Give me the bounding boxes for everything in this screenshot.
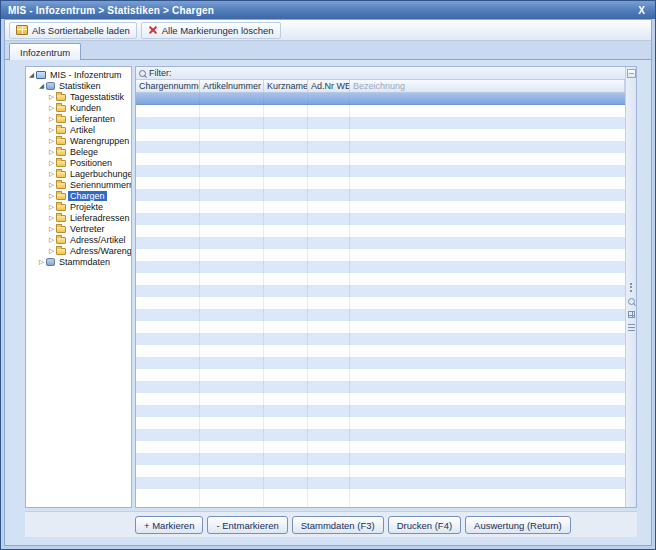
footer-button-markieren[interactable]: + Markieren: [135, 516, 203, 534]
expander-icon[interactable]: ▷: [47, 135, 56, 146]
grid-row[interactable]: [136, 405, 625, 417]
expander-icon[interactable]: ▷: [47, 102, 56, 113]
list-icon[interactable]: [628, 324, 635, 331]
tab-infozentrum[interactable]: Infozentrum: [9, 43, 81, 60]
folder-icon: [56, 226, 66, 233]
grid-row[interactable]: [136, 369, 625, 381]
footer-button-stammdaten-f3[interactable]: Stammdaten (F3): [292, 516, 384, 534]
tree-item-artikel[interactable]: ▷Artikel: [27, 124, 130, 135]
footer-button-drucken-f4[interactable]: Drucken (F4): [388, 516, 461, 534]
expander-icon[interactable]: ▷: [47, 212, 56, 223]
app-window: MIS - Infozentrum > Statistiken > Charge…: [0, 0, 656, 550]
footer-button-entmarkieren[interactable]: - Entmarkieren: [207, 516, 287, 534]
tree-item-belege[interactable]: ▷Belege: [27, 146, 130, 157]
folder-icon: [56, 94, 66, 101]
expander-icon[interactable]: ◢: [37, 80, 46, 91]
grip-icon[interactable]: [630, 283, 632, 292]
tree-item-positionen[interactable]: ▷Positionen: [27, 157, 130, 168]
expander-icon[interactable]: ▷: [47, 179, 56, 190]
expander-icon[interactable]: ▷: [47, 124, 56, 135]
grid-row[interactable]: [136, 441, 625, 453]
footer-button-auswertung-return[interactable]: Auswertung (Return): [465, 516, 571, 534]
grid-row[interactable]: [136, 345, 625, 357]
column-header-chargennummer[interactable]: Chargennummer▼: [136, 80, 200, 92]
grid-row[interactable]: [136, 153, 625, 165]
expander-icon[interactable]: ◢: [27, 69, 36, 80]
tree: ◢MIS - Infozentrum◢Statistiken▷Tagesstat…: [25, 66, 132, 508]
tree-item-kunden[interactable]: ▷Kunden: [27, 102, 130, 113]
grid-row[interactable]: [136, 177, 625, 189]
search-icon[interactable]: [628, 298, 635, 305]
tree-item-adress-artikel[interactable]: ▷Adress/Artikel: [27, 234, 130, 245]
grid-row[interactable]: [136, 477, 625, 489]
column-header-artikelnummer[interactable]: Artikelnummer: [200, 80, 264, 92]
toolbar-button-als-sortiertabelle-laden[interactable]: Als Sortiertabelle laden: [9, 22, 137, 39]
grid-row[interactable]: [136, 285, 625, 297]
tree-item-adress-warengruppen[interactable]: ▷Adress/Warengruppen: [27, 245, 130, 256]
grid-row[interactable]: [136, 417, 625, 429]
grid-row[interactable]: [136, 93, 625, 105]
tree-item-lagerbuchungen[interactable]: ▷Lagerbuchungen: [27, 168, 130, 179]
toolbar-button-alle-markierungen-loschen[interactable]: Alle Markierungen löschen: [141, 22, 281, 39]
close-button[interactable]: X: [635, 5, 648, 16]
grid-side-strip: [625, 67, 636, 507]
column-header-bezeichnung[interactable]: Bezeichnung: [350, 80, 625, 92]
tree-item-projekte[interactable]: ▷Projekte: [27, 201, 130, 212]
column-header-kurzname[interactable]: Kurzname: [264, 80, 308, 92]
grid-row[interactable]: [136, 465, 625, 477]
tree-item-seriennummern[interactable]: ▷Seriennummern: [27, 179, 130, 190]
clear-marks-icon: [148, 25, 158, 35]
tree-item-mis-infozentrum[interactable]: ◢MIS - Infozentrum: [27, 69, 130, 80]
grid-row[interactable]: [136, 141, 625, 153]
grid-row[interactable]: [136, 333, 625, 345]
grid-row[interactable]: [136, 381, 625, 393]
expander-icon[interactable]: ▷: [47, 234, 56, 245]
grid-row[interactable]: [136, 357, 625, 369]
expander-icon[interactable]: ▷: [47, 157, 56, 168]
grid-row[interactable]: [136, 201, 625, 213]
tree-item-label: Projekte: [68, 202, 105, 212]
grid-row[interactable]: [136, 273, 625, 285]
customize-icon[interactable]: [627, 69, 636, 78]
tree-item-statistiken[interactable]: ◢Statistiken: [27, 80, 130, 91]
grid-row[interactable]: [136, 309, 625, 321]
grid-main: Filter: Chargennummer▼ArtikelnummerKurzn…: [136, 67, 625, 507]
grid-row[interactable]: [136, 489, 625, 501]
grid-row[interactable]: [136, 225, 625, 237]
grid-row[interactable]: [136, 129, 625, 141]
expander-icon[interactable]: ▷: [37, 256, 46, 267]
grid-row[interactable]: [136, 249, 625, 261]
expander-icon[interactable]: ▷: [47, 91, 56, 102]
expander-icon[interactable]: ▷: [47, 201, 56, 212]
tree-item-label: Stammdaten: [57, 257, 112, 267]
grid-row[interactable]: [136, 261, 625, 273]
tree-item-stammdaten[interactable]: ▷Stammdaten: [27, 256, 130, 267]
grid-row[interactable]: [136, 429, 625, 441]
expander-icon[interactable]: ▷: [47, 223, 56, 234]
grid-icon[interactable]: [628, 311, 635, 318]
column-header-ad-nr-we[interactable]: Ad.Nr WE: [308, 80, 350, 92]
tree-item-lieferadressen[interactable]: ▷Lieferadressen: [27, 212, 130, 223]
grid-row[interactable]: [136, 165, 625, 177]
tree-item-tagesstatistik[interactable]: ▷Tagesstatistik: [27, 91, 130, 102]
tree-item-chargen[interactable]: ▷Chargen: [27, 190, 130, 201]
tree-item-vertreter[interactable]: ▷Vertreter: [27, 223, 130, 234]
expander-icon[interactable]: ▷: [47, 146, 56, 157]
tree-item-warengruppen[interactable]: ▷Warengruppen: [27, 135, 130, 146]
grid-row[interactable]: [136, 393, 625, 405]
grid-row[interactable]: [136, 321, 625, 333]
grid-row[interactable]: [136, 237, 625, 249]
expander-icon[interactable]: ▷: [47, 113, 56, 124]
expander-icon[interactable]: ▷: [47, 168, 56, 179]
grid-row[interactable]: [136, 105, 625, 117]
expander-icon[interactable]: ▷: [47, 245, 56, 256]
grid-row[interactable]: [136, 189, 625, 201]
grid-row[interactable]: [136, 453, 625, 465]
filter-row[interactable]: Filter:: [136, 67, 625, 80]
tree-item-lieferanten[interactable]: ▷Lieferanten: [27, 113, 130, 124]
grid-row[interactable]: [136, 297, 625, 309]
expander-icon[interactable]: ▷: [47, 190, 56, 201]
grid-row[interactable]: [136, 117, 625, 129]
grid-row[interactable]: [136, 213, 625, 225]
tree-item-label: Statistiken: [57, 81, 103, 91]
